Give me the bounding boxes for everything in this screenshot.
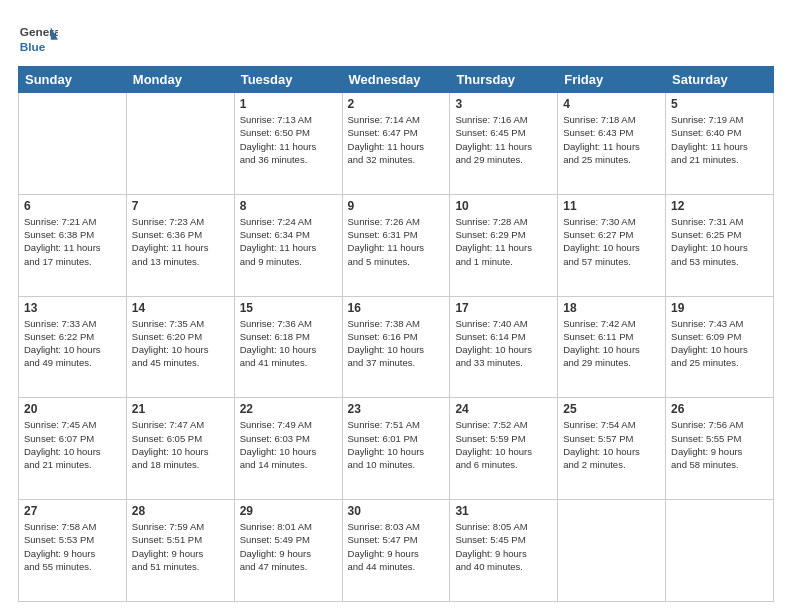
page-header: General Blue	[18, 18, 774, 58]
day-number: 31	[455, 504, 552, 518]
weekday-header-monday: Monday	[126, 67, 234, 93]
day-info: Sunrise: 7:31 AM Sunset: 6:25 PM Dayligh…	[671, 215, 768, 268]
calendar-cell: 9Sunrise: 7:26 AM Sunset: 6:31 PM Daylig…	[342, 194, 450, 296]
calendar-cell	[558, 500, 666, 602]
day-info: Sunrise: 8:05 AM Sunset: 5:45 PM Dayligh…	[455, 520, 552, 573]
day-number: 30	[348, 504, 445, 518]
week-row-4: 20Sunrise: 7:45 AM Sunset: 6:07 PM Dayli…	[19, 398, 774, 500]
calendar-cell: 30Sunrise: 8:03 AM Sunset: 5:47 PM Dayli…	[342, 500, 450, 602]
day-number: 29	[240, 504, 337, 518]
week-row-5: 27Sunrise: 7:58 AM Sunset: 5:53 PM Dayli…	[19, 500, 774, 602]
day-number: 13	[24, 301, 121, 315]
calendar-cell: 11Sunrise: 7:30 AM Sunset: 6:27 PM Dayli…	[558, 194, 666, 296]
day-info: Sunrise: 7:43 AM Sunset: 6:09 PM Dayligh…	[671, 317, 768, 370]
week-row-2: 6Sunrise: 7:21 AM Sunset: 6:38 PM Daylig…	[19, 194, 774, 296]
day-info: Sunrise: 7:47 AM Sunset: 6:05 PM Dayligh…	[132, 418, 229, 471]
day-info: Sunrise: 7:38 AM Sunset: 6:16 PM Dayligh…	[348, 317, 445, 370]
calendar-cell: 26Sunrise: 7:56 AM Sunset: 5:55 PM Dayli…	[666, 398, 774, 500]
day-info: Sunrise: 7:59 AM Sunset: 5:51 PM Dayligh…	[132, 520, 229, 573]
calendar-cell: 1Sunrise: 7:13 AM Sunset: 6:50 PM Daylig…	[234, 93, 342, 195]
weekday-header-wednesday: Wednesday	[342, 67, 450, 93]
calendar-cell: 31Sunrise: 8:05 AM Sunset: 5:45 PM Dayli…	[450, 500, 558, 602]
calendar-cell	[666, 500, 774, 602]
calendar-cell: 4Sunrise: 7:18 AM Sunset: 6:43 PM Daylig…	[558, 93, 666, 195]
day-info: Sunrise: 7:52 AM Sunset: 5:59 PM Dayligh…	[455, 418, 552, 471]
calendar-cell: 15Sunrise: 7:36 AM Sunset: 6:18 PM Dayli…	[234, 296, 342, 398]
day-info: Sunrise: 8:01 AM Sunset: 5:49 PM Dayligh…	[240, 520, 337, 573]
day-info: Sunrise: 7:33 AM Sunset: 6:22 PM Dayligh…	[24, 317, 121, 370]
day-number: 4	[563, 97, 660, 111]
calendar-cell: 27Sunrise: 7:58 AM Sunset: 5:53 PM Dayli…	[19, 500, 127, 602]
day-number: 2	[348, 97, 445, 111]
day-info: Sunrise: 7:13 AM Sunset: 6:50 PM Dayligh…	[240, 113, 337, 166]
day-info: Sunrise: 7:28 AM Sunset: 6:29 PM Dayligh…	[455, 215, 552, 268]
calendar-cell: 29Sunrise: 8:01 AM Sunset: 5:49 PM Dayli…	[234, 500, 342, 602]
day-info: Sunrise: 7:21 AM Sunset: 6:38 PM Dayligh…	[24, 215, 121, 268]
day-number: 5	[671, 97, 768, 111]
logo-icon: General Blue	[18, 18, 58, 58]
calendar-cell: 3Sunrise: 7:16 AM Sunset: 6:45 PM Daylig…	[450, 93, 558, 195]
day-number: 9	[348, 199, 445, 213]
day-number: 17	[455, 301, 552, 315]
day-info: Sunrise: 7:24 AM Sunset: 6:34 PM Dayligh…	[240, 215, 337, 268]
day-number: 7	[132, 199, 229, 213]
calendar-cell	[19, 93, 127, 195]
calendar-cell: 21Sunrise: 7:47 AM Sunset: 6:05 PM Dayli…	[126, 398, 234, 500]
day-info: Sunrise: 7:49 AM Sunset: 6:03 PM Dayligh…	[240, 418, 337, 471]
weekday-header-row: SundayMondayTuesdayWednesdayThursdayFrid…	[19, 67, 774, 93]
day-number: 26	[671, 402, 768, 416]
logo: General Blue	[18, 18, 58, 58]
day-info: Sunrise: 7:14 AM Sunset: 6:47 PM Dayligh…	[348, 113, 445, 166]
day-number: 23	[348, 402, 445, 416]
day-number: 19	[671, 301, 768, 315]
calendar-cell: 22Sunrise: 7:49 AM Sunset: 6:03 PM Dayli…	[234, 398, 342, 500]
day-info: Sunrise: 7:19 AM Sunset: 6:40 PM Dayligh…	[671, 113, 768, 166]
day-info: Sunrise: 7:36 AM Sunset: 6:18 PM Dayligh…	[240, 317, 337, 370]
day-number: 28	[132, 504, 229, 518]
weekday-header-saturday: Saturday	[666, 67, 774, 93]
calendar-cell: 5Sunrise: 7:19 AM Sunset: 6:40 PM Daylig…	[666, 93, 774, 195]
svg-text:Blue: Blue	[20, 40, 46, 54]
calendar-cell: 7Sunrise: 7:23 AM Sunset: 6:36 PM Daylig…	[126, 194, 234, 296]
calendar-cell: 2Sunrise: 7:14 AM Sunset: 6:47 PM Daylig…	[342, 93, 450, 195]
day-info: Sunrise: 7:45 AM Sunset: 6:07 PM Dayligh…	[24, 418, 121, 471]
week-row-3: 13Sunrise: 7:33 AM Sunset: 6:22 PM Dayli…	[19, 296, 774, 398]
week-row-1: 1Sunrise: 7:13 AM Sunset: 6:50 PM Daylig…	[19, 93, 774, 195]
day-info: Sunrise: 7:58 AM Sunset: 5:53 PM Dayligh…	[24, 520, 121, 573]
day-number: 20	[24, 402, 121, 416]
calendar-cell: 14Sunrise: 7:35 AM Sunset: 6:20 PM Dayli…	[126, 296, 234, 398]
day-info: Sunrise: 7:42 AM Sunset: 6:11 PM Dayligh…	[563, 317, 660, 370]
calendar-cell: 8Sunrise: 7:24 AM Sunset: 6:34 PM Daylig…	[234, 194, 342, 296]
weekday-header-thursday: Thursday	[450, 67, 558, 93]
calendar-cell: 23Sunrise: 7:51 AM Sunset: 6:01 PM Dayli…	[342, 398, 450, 500]
weekday-header-tuesday: Tuesday	[234, 67, 342, 93]
day-info: Sunrise: 7:23 AM Sunset: 6:36 PM Dayligh…	[132, 215, 229, 268]
day-number: 25	[563, 402, 660, 416]
day-number: 1	[240, 97, 337, 111]
day-info: Sunrise: 7:54 AM Sunset: 5:57 PM Dayligh…	[563, 418, 660, 471]
day-number: 12	[671, 199, 768, 213]
day-info: Sunrise: 8:03 AM Sunset: 5:47 PM Dayligh…	[348, 520, 445, 573]
calendar-cell: 6Sunrise: 7:21 AM Sunset: 6:38 PM Daylig…	[19, 194, 127, 296]
calendar-cell: 10Sunrise: 7:28 AM Sunset: 6:29 PM Dayli…	[450, 194, 558, 296]
day-number: 14	[132, 301, 229, 315]
day-number: 16	[348, 301, 445, 315]
calendar-cell: 12Sunrise: 7:31 AM Sunset: 6:25 PM Dayli…	[666, 194, 774, 296]
day-info: Sunrise: 7:51 AM Sunset: 6:01 PM Dayligh…	[348, 418, 445, 471]
day-info: Sunrise: 7:56 AM Sunset: 5:55 PM Dayligh…	[671, 418, 768, 471]
calendar-cell: 17Sunrise: 7:40 AM Sunset: 6:14 PM Dayli…	[450, 296, 558, 398]
calendar-cell: 19Sunrise: 7:43 AM Sunset: 6:09 PM Dayli…	[666, 296, 774, 398]
calendar-cell	[126, 93, 234, 195]
day-number: 27	[24, 504, 121, 518]
day-number: 8	[240, 199, 337, 213]
day-number: 6	[24, 199, 121, 213]
day-info: Sunrise: 7:18 AM Sunset: 6:43 PM Dayligh…	[563, 113, 660, 166]
calendar-cell: 28Sunrise: 7:59 AM Sunset: 5:51 PM Dayli…	[126, 500, 234, 602]
day-number: 10	[455, 199, 552, 213]
calendar-cell: 20Sunrise: 7:45 AM Sunset: 6:07 PM Dayli…	[19, 398, 127, 500]
day-info: Sunrise: 7:40 AM Sunset: 6:14 PM Dayligh…	[455, 317, 552, 370]
day-number: 18	[563, 301, 660, 315]
day-info: Sunrise: 7:26 AM Sunset: 6:31 PM Dayligh…	[348, 215, 445, 268]
calendar-cell: 25Sunrise: 7:54 AM Sunset: 5:57 PM Dayli…	[558, 398, 666, 500]
calendar-cell: 13Sunrise: 7:33 AM Sunset: 6:22 PM Dayli…	[19, 296, 127, 398]
